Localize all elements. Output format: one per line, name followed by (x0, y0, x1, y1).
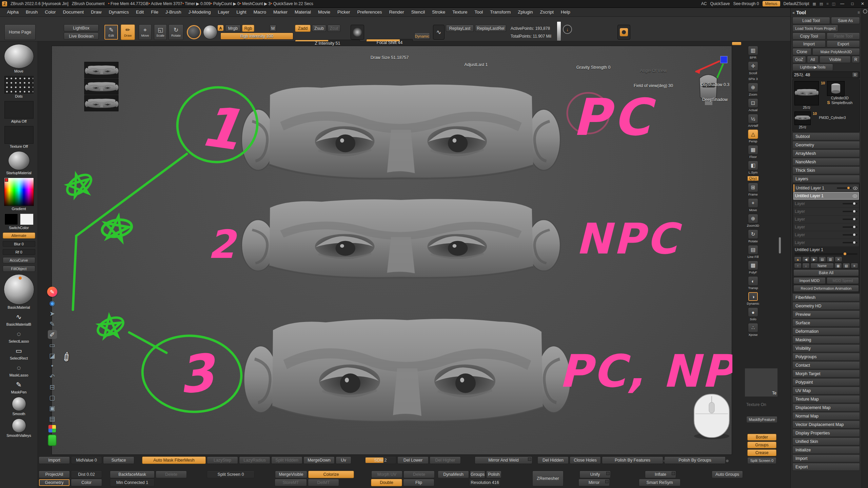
tool-section-header[interactable]: Texture Map (792, 395, 860, 403)
annotation-tool-button[interactable]: ➤ (48, 309, 57, 318)
layer-new-button[interactable] (794, 263, 802, 268)
load-tool-button[interactable]: Load Tool (792, 17, 830, 24)
paste-tool-button[interactable]: Paste Tool (827, 33, 860, 40)
border-button[interactable]: Border (747, 434, 776, 441)
ui-config-icon[interactable]: ◫ (832, 2, 835, 6)
right-shelf-button[interactable]: ▥ BPR (748, 46, 758, 59)
layer-intensity-slider[interactable] (843, 226, 857, 228)
right-shelf-button[interactable]: ⊡ Actual (748, 98, 758, 112)
dock-button[interactable]: Double (371, 479, 402, 486)
canvas-scrollbar[interactable] (779, 237, 781, 253)
field-of-view-slider[interactable]: Field of view(deg) 30 (632, 82, 675, 89)
dock-button[interactable]: MidValue 0 (71, 456, 102, 464)
make-polymesh3d-button[interactable]: Make PolyMesh3D (812, 48, 860, 55)
panel-collapse-icon[interactable]: ◂ (792, 11, 794, 15)
home-page-button[interactable]: Home Page (4, 24, 36, 40)
alternate-button[interactable]: Alternate (3, 232, 35, 239)
tool-section-header-layers[interactable]: Layers (792, 175, 860, 183)
tool-section-header[interactable]: ArrayMesh (792, 149, 860, 157)
right-shelf-button[interactable]: ∴ Xpose (748, 323, 758, 337)
tool-section-header[interactable]: Masking (792, 336, 860, 344)
blur-slider[interactable]: Blur 0 (3, 241, 35, 247)
tool-section-header[interactable]: Displacement Map (792, 404, 860, 411)
menu-item[interactable]: Stroke (429, 9, 449, 15)
right-shelf-button[interactable]: ▤ Line Fill (748, 245, 759, 259)
right-shelf-button[interactable]: ◑ Dynamic (747, 292, 760, 305)
current-stroke-slot[interactable]: Dots (4, 76, 34, 99)
right-shelf-button[interactable]: ⊕ Zoom3D (747, 214, 759, 227)
menu-item[interactable]: Picker (334, 9, 354, 15)
menu-item[interactable]: Texture (449, 9, 471, 15)
dock-button[interactable]: LazyStep (207, 456, 238, 464)
annotation-tool-button[interactable]: ◉ (48, 299, 57, 307)
layer-duplicate-button[interactable] (818, 257, 826, 262)
minimize-button[interactable]: — (839, 1, 846, 6)
color-picker[interactable] (4, 178, 34, 206)
dock-button[interactable]: DelMT (308, 479, 339, 486)
tool-section-header[interactable]: Display Properties (792, 429, 860, 437)
tool-section-header[interactable]: UV Map (792, 387, 860, 394)
zsub-button[interactable]: Zsub (312, 25, 326, 32)
tool-section-header[interactable]: Contact (792, 361, 860, 369)
zcut-button[interactable]: Zcut (328, 25, 340, 32)
dock-button[interactable]: Mirror (578, 479, 610, 486)
deep-shadow-slider[interactable]: DeepShadow (699, 96, 731, 103)
left-shelf-item[interactable]: SelectRect (10, 346, 28, 361)
groups-button[interactable]: Groups (747, 442, 776, 448)
rgb-intensity-slider[interactable]: Rgb Intensity 100 (220, 33, 293, 40)
dock-button[interactable]: Mirror And Weld (475, 456, 532, 464)
tool-section-header[interactable]: Unified Skin (792, 438, 860, 445)
menu-item[interactable]: Light (233, 9, 250, 15)
dock-button[interactable]: Colorize (308, 471, 354, 478)
tool-section-header[interactable]: Polygroups (792, 353, 860, 361)
layer-intensity-slider[interactable] (843, 203, 857, 204)
fillobject-button[interactable]: FillObject (3, 266, 35, 272)
dock-button[interactable]: StoreMT (275, 479, 307, 486)
dock-button[interactable]: Polish By Features (602, 456, 663, 464)
dock-button[interactable]: Polish (486, 471, 501, 478)
tool-section-header[interactable]: Thick Skin (792, 166, 860, 174)
layer-row[interactable]: Layer (793, 216, 859, 223)
left-shelf-item[interactable]: SmoothValleys (6, 419, 31, 438)
quicksave-button[interactable]: QuickSave (710, 1, 730, 6)
tool-section-header[interactable]: Morph Target (792, 370, 860, 378)
dock-button[interactable]: Auto Mask FiberMesh (142, 456, 206, 464)
current-texture-slot[interactable]: Texture Off (4, 126, 34, 149)
menu-item[interactable]: Transform (487, 9, 514, 15)
menu-item[interactable]: Movie (315, 9, 334, 15)
rf-slider[interactable]: Rf 0 (3, 249, 35, 255)
right-shelf-button[interactable]: ⊕ Zoom (748, 83, 758, 96)
menu-item[interactable]: Document (59, 9, 87, 15)
gravity-strength-slider[interactable]: Gravity Strength 0 (574, 64, 612, 71)
layer-intensity-slider[interactable] (843, 219, 857, 220)
goz-r-button[interactable]: R (852, 56, 860, 63)
m-button[interactable]: M (270, 25, 276, 32)
tool-r-button[interactable]: R (852, 72, 858, 78)
menu-item[interactable]: Marker (270, 9, 291, 15)
current-color-swatch[interactable] (187, 25, 201, 39)
menu-item[interactable]: Preferences (354, 9, 386, 15)
tool-section-header[interactable]: Visibility (792, 344, 860, 352)
layer-row[interactable]: Layer (793, 223, 859, 231)
cylinder3d-thumbnail[interactable] (827, 81, 845, 96)
menu-item[interactable]: J-Brush (162, 9, 185, 15)
dynamic-draw-size-toggle[interactable]: Dynamic (414, 33, 430, 40)
tool-section-header[interactable]: Normal Map (792, 412, 860, 420)
annotation-tool-button[interactable]: ✎ (48, 320, 57, 328)
document-canvas[interactable]: 1 2 3 PC NPC PC, NPC ✐ (52, 46, 732, 455)
grid-icon[interactable]: ⌗ (826, 2, 828, 6)
menu-item[interactable]: Stencil (408, 9, 429, 15)
move-button[interactable]: ⌖Move (139, 24, 152, 40)
left-shelf-item[interactable]: MaskPen (11, 380, 27, 394)
annotation-tool-button[interactable]: ◪ (48, 351, 57, 360)
ac-button[interactable]: AC (701, 1, 707, 6)
layer-row[interactable]: Layer (793, 208, 859, 215)
left-shelf-item[interactable]: Smooth (12, 397, 26, 416)
dock-button[interactable]: SDiv 2 (364, 456, 396, 464)
tool-section-header[interactable]: FiberMesh (792, 293, 860, 301)
right-shelf-button[interactable]: ▩ PolyF (748, 261, 758, 274)
switch-color-slot[interactable]: SwitchColor (4, 214, 34, 230)
current-material-sphere[interactable] (203, 25, 217, 39)
layer-row[interactable]: Untitled Layer 1 (793, 192, 859, 200)
tool-slot-thumbnail[interactable] (794, 111, 811, 125)
